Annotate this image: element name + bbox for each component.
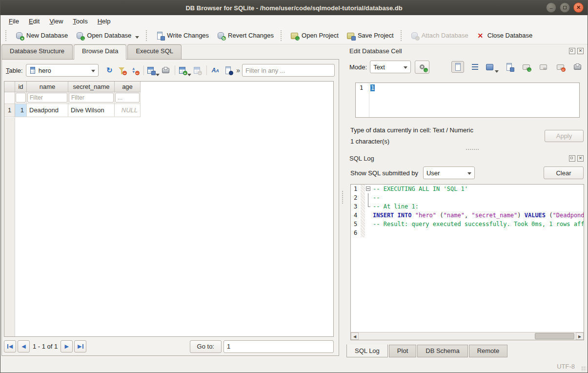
filter-input-id[interactable] — [16, 93, 26, 103]
open-in-external-button[interactable]: → — [520, 61, 532, 73]
tab-browse-data[interactable]: Browse Data — [74, 44, 126, 60]
revert-changes-button[interactable]: ↻ Revert Changes — [213, 30, 278, 41]
menu-edit[interactable]: Edit — [24, 17, 44, 26]
filter-any-column-input[interactable] — [242, 64, 335, 77]
first-record-button[interactable]: ◀ — [4, 340, 16, 352]
cell-id[interactable]: 1 — [15, 104, 27, 117]
cell-name[interactable]: Deadpond — [27, 104, 68, 117]
toolbar-drag-handle[interactable] — [5, 30, 8, 41]
dock-close-icon[interactable]: ✕ — [577, 48, 584, 54]
goto-button[interactable]: Go to: — [190, 340, 222, 353]
scroll-left-icon[interactable]: ◀ — [351, 332, 359, 340]
undock-icon[interactable] — [569, 155, 575, 162]
font-settings-button[interactable]: AA — [209, 64, 222, 76]
toolbar-drag-handle[interactable] — [401, 30, 404, 41]
cell-editor[interactable]: 1 1 — [355, 83, 580, 118]
clear-log-button[interactable]: Clear — [544, 166, 584, 179]
panel-splitter[interactable] — [341, 44, 345, 360]
app-window: DB Browser for SQLite - /home/user/code/… — [0, 0, 588, 373]
cell-secret-name[interactable]: Dive Wilson — [68, 104, 115, 117]
find-in-table-button[interactable] — [222, 64, 234, 76]
dock-tab-db-schema[interactable]: DB Schema — [417, 345, 467, 357]
column-header-id[interactable]: id — [15, 82, 27, 92]
resize-grip[interactable] — [581, 366, 586, 371]
dock-tab-plot[interactable]: Plot — [389, 345, 416, 357]
open-project-button[interactable]: → Open Project — [286, 30, 343, 41]
close-button[interactable]: ✕ — [573, 2, 584, 13]
sql-source-select[interactable]: User — [423, 166, 475, 179]
tab-execute-sql[interactable]: Execute SQL — [127, 44, 182, 59]
toolbar-drag-handle[interactable] — [281, 30, 284, 41]
filter-input-age[interactable] — [115, 93, 140, 103]
next-record-button[interactable]: ▶ — [61, 340, 73, 352]
dock-tab-remote[interactable]: Remote — [469, 345, 508, 357]
menu-tools[interactable]: Tools — [68, 17, 92, 26]
undock-icon[interactable] — [569, 48, 575, 54]
toolbar-overflow-icon[interactable]: » — [236, 66, 240, 74]
last-record-button[interactable]: ▶ — [74, 340, 86, 352]
chevron-down-icon — [91, 70, 95, 72]
dock-close-icon[interactable]: ✕ — [577, 155, 584, 162]
filter-input-secret-name[interactable] — [69, 93, 114, 103]
dock-tab-sql-log[interactable]: SQL Log — [346, 344, 388, 357]
set-null-button[interactable]: − — [554, 61, 567, 73]
cell-type-info: Type of data currently in cell: Text / N… — [350, 126, 473, 134]
word-wrap-icon — [472, 64, 478, 70]
text-mode-toggle[interactable] — [451, 61, 464, 73]
print-icon — [162, 68, 169, 73]
open-database-dropdown-icon[interactable] — [135, 36, 139, 39]
maximize-button[interactable] — [560, 2, 570, 13]
import-data-button[interactable] — [486, 61, 498, 73]
tab-database-structure[interactable]: Database Structure — [1, 44, 73, 59]
print-table-button[interactable] — [160, 64, 172, 76]
revert-changes-icon: ↻ — [217, 32, 225, 40]
scrollbar-thumb[interactable] — [535, 333, 574, 339]
column-header-age[interactable]: age — [115, 82, 141, 92]
goto-input[interactable] — [223, 340, 334, 353]
column-header-name[interactable]: name — [27, 82, 68, 92]
title-bar[interactable]: DB Browser for SQLite - /home/user/code/… — [0, 0, 588, 15]
horizontal-scrollbar[interactable]: ◀ ▶ — [351, 332, 584, 340]
new-record-button[interactable]: + — [178, 64, 191, 76]
grid-corner-cell — [4, 82, 15, 92]
clear-filters-button[interactable]: − — [116, 64, 128, 76]
mode-select[interactable]: Text — [370, 61, 411, 73]
cell-size-info: 1 character(s) — [350, 138, 389, 145]
save-project-button[interactable]: Save Project — [343, 30, 398, 41]
table-icon — [29, 66, 36, 74]
filter-input-name[interactable] — [27, 93, 67, 103]
font-icon: AA — [212, 66, 220, 74]
new-database-button[interactable]: + New Database — [11, 30, 72, 41]
table-select[interactable]: hero — [26, 64, 99, 77]
copy-link-button[interactable] — [537, 61, 549, 73]
auto-switch-mode-button[interactable]: → — [415, 61, 429, 74]
save-table-button[interactable] — [147, 64, 160, 76]
print-cell-button[interactable] — [571, 61, 584, 73]
cell-age[interactable]: NULL — [115, 104, 141, 117]
scroll-right-icon[interactable]: ▶ — [576, 332, 584, 340]
edit-cell-dock-titlebar: Edit Database Cell ✕ — [345, 45, 588, 56]
column-header-secret-name[interactable]: secret_name — [68, 82, 115, 92]
export-data-button[interactable] — [503, 61, 515, 73]
chevron-down-icon — [467, 172, 471, 175]
menu-file[interactable]: File — [4, 17, 23, 26]
word-wrap-button[interactable] — [468, 61, 481, 73]
menu-view[interactable]: View — [45, 17, 67, 26]
mode-label: Mode: — [349, 63, 367, 71]
fold-collapse-icon[interactable] — [366, 186, 370, 191]
minimize-button[interactable]: – — [546, 2, 556, 13]
open-database-button[interactable]: → Open Database — [72, 30, 143, 41]
clear-sorting-button[interactable]: ▲▼− — [128, 64, 140, 76]
write-changes-button[interactable]: Write Changes — [152, 30, 213, 41]
refresh-button[interactable]: ↻ — [103, 64, 116, 76]
save-project-icon — [346, 32, 355, 40]
dock-splitter-handle[interactable] — [466, 149, 479, 150]
close-database-button[interactable]: ✕ Close Database — [472, 30, 537, 41]
previous-record-button[interactable]: ◀ — [18, 340, 30, 352]
import-icon — [486, 64, 493, 70]
row-number[interactable]: 1 — [4, 104, 15, 117]
menu-help[interactable]: Help — [93, 17, 115, 26]
edit-cell-controls: Mode: Text → → − — [349, 60, 584, 74]
sql-log-view[interactable]: 1 -- EXECUTING ALL IN 'SQL 1' 2 -- 3 -- … — [350, 184, 584, 340]
edit-cell-dock: Edit Database Cell ✕ Mode: Text → — [345, 45, 588, 152]
